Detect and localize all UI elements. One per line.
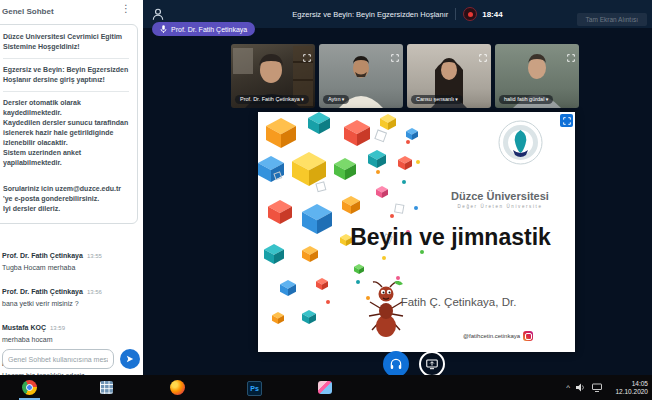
network-icon[interactable] — [591, 382, 603, 393]
chat-message-input[interactable] — [2, 349, 114, 369]
university-name-block: Düzce Üniversitesi Değer Üreten Üniversi… — [425, 190, 575, 209]
taskbar-clock[interactable]: 14:05 12.10.2020 — [608, 380, 648, 396]
talking-user-label: Prof. Dr. Fatih Çetinkaya — [171, 26, 247, 33]
webcam-name-label[interactable]: Aytın — [323, 95, 349, 104]
expand-icon[interactable] — [303, 48, 311, 66]
webcam-name-label[interactable]: Cansu şensanlı — [411, 95, 463, 104]
audio-button[interactable] — [383, 351, 409, 377]
expand-icon[interactable] — [567, 48, 575, 66]
welcome-rule: Kaydedilen dersler sunucu tarafindan isl… — [3, 118, 129, 148]
chat-message: Prof. Dr. Fatih Çetinkaya13:55 Tugba Hoc… — [2, 244, 137, 271]
message-sender: Prof. Dr. Fatih Çetinkaya — [2, 288, 83, 295]
chat-title: Genel Sohbet — [2, 7, 54, 16]
firefox-icon[interactable] — [170, 380, 185, 395]
paint3d-icon[interactable] — [318, 381, 332, 394]
webcam-tile: Cansu şensanlı — [407, 44, 491, 108]
microphone-icon — [160, 25, 167, 34]
expand-icon[interactable] — [391, 48, 399, 66]
calculator-icon[interactable] — [100, 381, 113, 394]
photoshop-icon[interactable]: Ps — [247, 381, 262, 396]
message-sender: Prof. Dr. Fatih Çetinkaya — [2, 252, 83, 259]
windows-taskbar: Ps ^ 14:05 12.10.2020 — [0, 375, 652, 400]
instagram-handle: @fatihcetin.cetinkaya — [463, 333, 520, 339]
message-text: bana yetki verir misiniz ? — [2, 300, 137, 307]
screenshare-icon — [425, 357, 439, 371]
welcome-greeting: Düzce Universitesi Cevrimici Egitim Sist… — [3, 32, 129, 52]
record-icon — [463, 7, 477, 21]
webcam-tile: Aytın — [319, 44, 403, 108]
tray-chevron-icon[interactable]: ^ — [566, 383, 570, 392]
meeting-screen: Egzersiz ve Beyin: Beyin Egzersizden Hoş… — [0, 0, 652, 400]
chat-options-icon[interactable]: ⋮ — [121, 4, 131, 14]
chat-panel: Genel Sohbet ⋮ Düzce Universitesi Cevrim… — [0, 0, 143, 375]
clock-time: 14:05 — [608, 380, 648, 388]
chat-input-row — [2, 349, 140, 369]
instagram-icon — [523, 331, 533, 341]
welcome-contact: Sorulariniz icin uzem@duzce.edu.tr 'ye e… — [3, 184, 129, 204]
welcome-rule: Sistem uzerinden anket yapilabilmektedir… — [3, 148, 129, 168]
meeting-title: Egzersiz ve Beyin: Beyin Egzersizden Hoş… — [292, 10, 448, 19]
message-text: Tugba Hocam merhaba — [2, 264, 137, 271]
webcam-tile: halid fatih gürdal — [495, 44, 579, 108]
record-indicator[interactable]: 18:44 — [463, 7, 502, 21]
message-time: 13:56 — [87, 289, 102, 295]
volume-icon[interactable] — [575, 382, 586, 393]
message-time: 13:59 — [50, 325, 65, 331]
chat-message: Mustafa KOÇ13:59 merhaba hocam — [2, 316, 137, 343]
chat-message: Prof. Dr. Fatih Çetinkaya13:56 bana yetk… — [2, 280, 137, 307]
welcome-message: Düzce Universitesi Cevrimici Egitim Sist… — [0, 24, 138, 224]
message-text: merhaba hocam — [2, 336, 137, 343]
fullscreen-capture-button[interactable]: Tam Ekran Alıntısı — [577, 13, 647, 26]
clock-date: 12.10.2020 — [608, 388, 648, 396]
chrome-icon[interactable] — [22, 380, 37, 395]
webcam-name-label[interactable]: halid fatih gürdal — [499, 95, 553, 104]
record-time: 18:44 — [482, 10, 502, 19]
presentation-slide: Düzce Üniversitesi Değer Üreten Üniversi… — [258, 112, 575, 352]
ant-illustration — [364, 278, 408, 340]
send-message-button[interactable] — [120, 349, 140, 369]
university-name: Düzce Üniversitesi — [425, 190, 575, 202]
welcome-farewell: Iyi dersler dileriz. — [3, 204, 129, 214]
presentation-fullscreen-button[interactable] — [560, 114, 573, 127]
send-icon — [126, 354, 134, 364]
university-motto: Değer Üreten Üniversite — [425, 204, 575, 209]
screenshare-button[interactable] — [419, 351, 445, 377]
headphones-icon — [389, 357, 403, 371]
talking-indicator[interactable]: Prof. Dr. Fatih Çetinkaya — [152, 22, 255, 36]
slide-title: Beyin ve jimnastik — [328, 224, 573, 251]
duzce-university-logo — [498, 120, 543, 165]
webcam-tile: Prof. Dr. Fatih Çetinkaya — [231, 44, 315, 108]
topbar-divider — [455, 8, 456, 20]
expand-icon[interactable] — [479, 48, 487, 66]
welcome-course: Egzersiz ve Beyin: Beyin Egzersizden Hoş… — [3, 65, 129, 85]
system-tray: ^ 14:05 12.10.2020 — [566, 375, 652, 400]
message-sender: Mustafa KOÇ — [2, 324, 46, 331]
social-row: @fatihcetin.cetinkaya — [463, 331, 533, 341]
webcam-row: Prof. Dr. Fatih Çetinkaya Aytın Cansu şe… — [231, 44, 579, 108]
message-time: 13:55 — [87, 253, 102, 259]
webcam-name-label[interactable]: Prof. Dr. Fatih Çetinkaya — [235, 95, 309, 104]
fullscreen-icon — [563, 117, 571, 125]
welcome-rule: Dersler otomatik olarak kaydedilmektedir… — [3, 98, 129, 118]
action-bar — [383, 351, 445, 377]
